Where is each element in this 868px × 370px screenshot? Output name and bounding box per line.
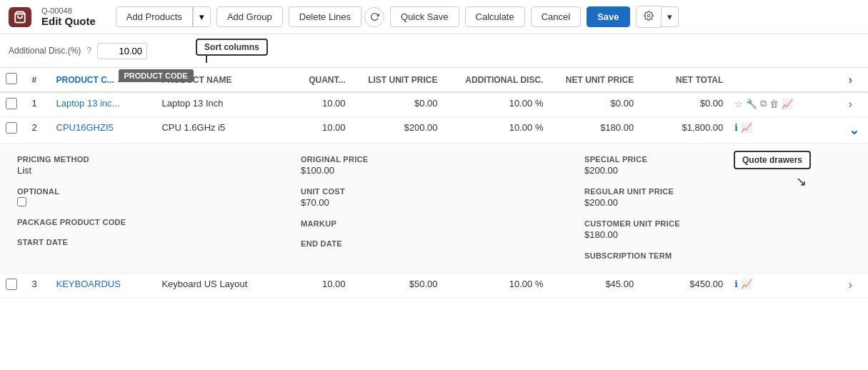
- drawer-grid: PRICING METHOD List OPTIONAL: [17, 155, 851, 261]
- doc-info: Q-00048 Edit Quote: [41, 6, 96, 27]
- row2-drawer: Quote drawers ↘ PRICING METHOD List: [0, 144, 868, 274]
- col-net-total: NET TOTAL: [639, 68, 729, 92]
- row1-trash-icon[interactable]: 🗑: [769, 99, 779, 109]
- row1-trend-icon[interactable]: 📈: [782, 99, 793, 109]
- row3-trend-icon[interactable]: 📈: [741, 279, 752, 289]
- product-code-tooltip: PRODUCT CODE: [119, 69, 194, 82]
- drawer-content: Quote drawers ↘ PRICING METHOD List: [0, 144, 868, 273]
- col-product-code[interactable]: PRODUCT C... ▲ PRODUCT CODE: [51, 68, 156, 92]
- add-products-dropdown-button[interactable]: ▾: [193, 6, 211, 27]
- row2-drawer-cell: Quote drawers ↘ PRICING METHOD List: [0, 144, 868, 274]
- original-price-label: ORIGINAL PRICE: [301, 155, 567, 164]
- regular-unit-price-value: $200.00: [584, 197, 851, 208]
- customer-unit-price-value: $180.00: [584, 229, 851, 240]
- cancel-button[interactable]: Cancel: [531, 6, 581, 27]
- sub-toolbar: Additional Disc.(%) ? Sort columns: [0, 34, 868, 68]
- original-price-value: $100.00: [301, 165, 567, 176]
- optional-checkbox-row: [17, 197, 284, 206]
- delete-lines-button[interactable]: Delete Lines: [289, 6, 361, 27]
- additional-disc-input[interactable]: [97, 43, 147, 59]
- save-button[interactable]: Save: [587, 6, 629, 27]
- optional-field: OPTIONAL: [17, 187, 284, 206]
- doc-id: Q-00048: [41, 6, 96, 15]
- regular-unit-price-label: REGULAR UNIT PRICE: [584, 187, 851, 196]
- select-all-checkbox[interactable]: [6, 73, 17, 84]
- row1-product-name: Laptop 13 Inch: [156, 92, 286, 117]
- row2-collapse-icon[interactable]: ⌄: [849, 123, 859, 137]
- row2-list-unit-price: $200.00: [351, 117, 444, 144]
- row1-expand-icon[interactable]: ›: [849, 98, 852, 110]
- col-product-code-label: PRODUCT C...: [56, 75, 114, 85]
- row2-info-icon[interactable]: ℹ: [734, 122, 738, 133]
- additional-disc-label: Additional Disc.(%): [9, 46, 81, 56]
- pricing-method-field: PRICING METHOD List: [17, 155, 284, 176]
- help-icon[interactable]: ?: [86, 46, 91, 56]
- settings-dropdown-icon[interactable]: ▾: [662, 6, 679, 27]
- table-header-row: # PRODUCT C... ▲ PRODUCT CODE PRODUCT NA…: [0, 68, 868, 92]
- package-product-code-label: PACKAGE PRODUCT CODE: [17, 218, 284, 226]
- unit-cost-field: UNIT COST $70.00: [301, 187, 567, 208]
- row3-checkbox-cell: [0, 274, 26, 298]
- optional-label: OPTIONAL: [17, 187, 284, 196]
- col-additional-disc: ADDITIONAL DISC.: [444, 68, 549, 92]
- row1-product-code: Laptop 13 inc...: [51, 92, 156, 117]
- col-nav-arrow[interactable]: ›: [849, 74, 852, 86]
- row2-trend-icon[interactable]: 📈: [741, 122, 752, 133]
- row3-checkbox[interactable]: [6, 279, 17, 290]
- regular-unit-price-field: REGULAR UNIT PRICE $200.00: [584, 187, 851, 208]
- settings-button-group: ▾: [636, 6, 679, 28]
- row3-list-unit-price: $50.00: [351, 274, 444, 298]
- col-num: #: [26, 68, 50, 92]
- row1-quantity: 10.00: [286, 92, 351, 117]
- row3-product-name: Keyboard US Layout: [156, 274, 286, 298]
- special-price-label: SPECIAL PRICE: [584, 155, 851, 164]
- refresh-icon[interactable]: [364, 7, 384, 27]
- special-price-field: SPECIAL PRICE $200.00: [584, 155, 851, 176]
- row3-actions: ℹ 📈: [734, 279, 837, 289]
- row3-expand-cell: ›: [843, 274, 868, 298]
- row2-net-total: $1,800.00: [639, 117, 729, 144]
- optional-checkbox[interactable]: [17, 197, 26, 206]
- row1-checkbox-cell: [0, 92, 26, 117]
- row2-num: 2: [26, 117, 50, 144]
- unit-cost-label: UNIT COST: [301, 187, 567, 196]
- select-all-header: [0, 68, 26, 92]
- add-products-split: Add Products ▾: [116, 6, 211, 27]
- table-row: 2 CPU16GHZI5 CPU 1.6GHz i5 10.00 $200.00…: [0, 117, 868, 144]
- drawer-col2: ORIGINAL PRICE $100.00 UNIT COST $70.00 …: [301, 155, 567, 261]
- svg-point-1: [647, 14, 650, 17]
- row3-actions-cell: ℹ 📈: [729, 274, 842, 298]
- row3-expand-icon[interactable]: ›: [849, 279, 852, 291]
- row3-net-unit-price: $45.00: [549, 274, 639, 298]
- row1-star-icon[interactable]: ☆: [734, 99, 743, 109]
- row3-info-icon[interactable]: ℹ: [734, 279, 738, 289]
- start-date-field: START DATE: [17, 238, 284, 246]
- row2-checkbox[interactable]: [6, 122, 17, 134]
- row1-num: 1: [26, 92, 50, 117]
- row1-wrench-icon[interactable]: 🔧: [746, 99, 757, 109]
- customer-unit-price-field: CUSTOMER UNIT PRICE $180.00: [584, 219, 851, 240]
- row1-checkbox[interactable]: [6, 98, 17, 109]
- original-price-field: ORIGINAL PRICE $100.00: [301, 155, 567, 176]
- start-date-label: START DATE: [17, 238, 284, 246]
- table-row: 3 KEYBOARDUS Keyboard US Layout 10.00 $5…: [0, 274, 868, 298]
- header: Q-00048 Edit Quote Add Products ▾ Add Gr…: [0, 0, 868, 34]
- calculate-button[interactable]: Calculate: [465, 6, 525, 27]
- doc-title: Edit Quote: [41, 15, 96, 27]
- row1-expand-cell: ›: [843, 92, 868, 117]
- row2-checkbox-cell: [0, 117, 26, 144]
- row1-copy-icon[interactable]: ⧉: [760, 98, 767, 109]
- add-products-button[interactable]: Add Products: [116, 6, 193, 27]
- pricing-method-value: List: [17, 165, 284, 176]
- col-list-unit-price: LIST UNIT PRICE: [351, 68, 444, 92]
- row2-product-code: CPU16GHZI5: [51, 117, 156, 144]
- row3-product-code: KEYBOARDUS: [51, 274, 156, 298]
- end-date-label: END DATE: [301, 239, 567, 248]
- row2-actions-cell: ℹ 📈: [729, 117, 842, 144]
- row3-net-total: $450.00: [639, 274, 729, 298]
- customer-unit-price-label: CUSTOMER UNIT PRICE: [584, 219, 851, 228]
- row3-num: 3: [26, 274, 50, 298]
- add-group-button[interactable]: Add Group: [216, 6, 283, 27]
- quick-save-button[interactable]: Quick Save: [390, 6, 459, 27]
- gear-icon[interactable]: [636, 6, 662, 28]
